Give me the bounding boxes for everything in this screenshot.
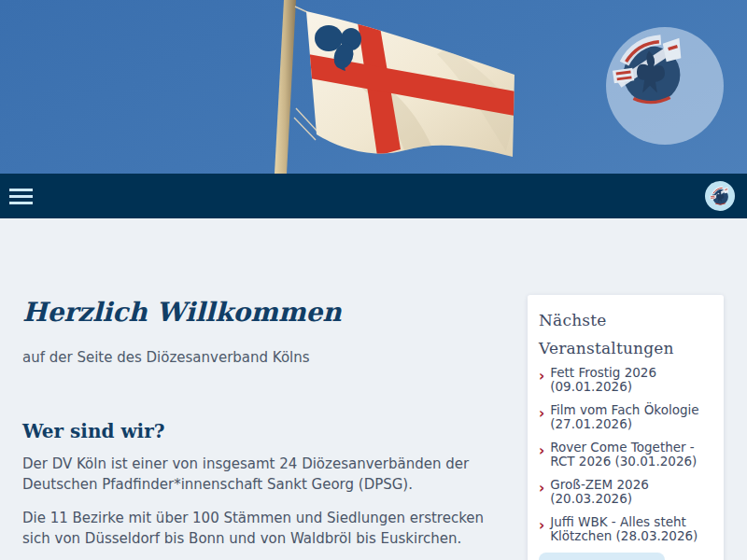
event-label: Juffi WBK - Alles steht Klötzchen (28.03… xyxy=(550,515,712,543)
section-heading: Wer sind wir? xyxy=(22,420,512,442)
hamburger-icon xyxy=(9,189,33,191)
section-paragraph: Der DV Köln ist einer von insgesamt 24 D… xyxy=(22,454,512,495)
event-link[interactable]: › Juffi WBK - Alles steht Klötzchen (28.… xyxy=(539,515,712,543)
hero-image xyxy=(0,0,747,174)
page-subtitle: auf der Seite des Diözesanverband Kölns xyxy=(22,349,512,366)
section-paragraph: Die 11 Bezirke mit über 100 Stämmen und … xyxy=(22,508,512,549)
page-title: Herzlich Willkommen xyxy=(22,297,512,329)
chevron-right-icon: › xyxy=(539,407,544,431)
chevron-right-icon: › xyxy=(539,444,544,469)
event-link[interactable]: › Rover Come Together - RCT 2026 (30.01.… xyxy=(539,441,712,469)
event-label: Fett Frostig 2026 (09.01.2026) xyxy=(550,366,712,394)
event-label: Rover Come Together - RCT 2026 (30.01.20… xyxy=(550,441,712,469)
flag-pole xyxy=(275,0,296,174)
dpsg-logo-icon xyxy=(606,27,698,119)
event-link[interactable]: › Film vom Fach Ökologie (27.01.2026) xyxy=(539,403,712,431)
events-list: › Fett Frostig 2026 (09.01.2026) › Film … xyxy=(539,366,712,543)
chevron-right-icon: › xyxy=(539,370,544,394)
navbar xyxy=(0,174,747,218)
main-content: Herzlich Willkommen auf der Seite des Di… xyxy=(22,297,512,549)
event-link[interactable]: › Fett Frostig 2026 (09.01.2026) xyxy=(539,366,712,394)
event-label: Groß-ZEM 2026 (20.03.2026) xyxy=(550,478,712,506)
chevron-right-icon: › xyxy=(539,482,544,506)
all-events-button[interactable] xyxy=(539,553,665,560)
event-label: Film vom Fach Ökologie (27.01.2026) xyxy=(550,403,712,431)
chevron-right-icon: › xyxy=(539,519,544,543)
hamburger-icon xyxy=(9,202,33,204)
events-card: Nächste Veranstaltungen › Fett Frostig 2… xyxy=(528,295,724,560)
dpsg-logo-icon xyxy=(708,184,733,209)
hamburger-icon xyxy=(9,195,33,198)
dpsg-logo-badge xyxy=(606,27,724,145)
home-logo-link[interactable] xyxy=(705,181,735,211)
menu-button[interactable] xyxy=(9,189,33,204)
events-heading: Nächste Veranstaltungen xyxy=(539,306,712,362)
event-link[interactable]: › Groß-ZEM 2026 (20.03.2026) xyxy=(539,478,712,506)
